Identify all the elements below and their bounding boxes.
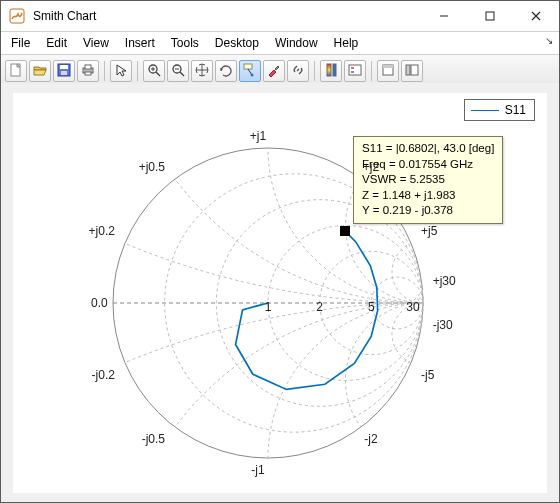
menu-help[interactable]: Help [326, 34, 367, 52]
data-cursor-button[interactable] [239, 60, 261, 82]
rim-label: -j0.2 [92, 368, 115, 382]
link-icon [291, 63, 305, 80]
svg-point-43 [268, 303, 547, 493]
insert-colorbar-button[interactable] [320, 60, 342, 82]
app-icon [9, 8, 25, 24]
svg-rect-9 [85, 72, 91, 75]
svg-rect-21 [333, 64, 336, 76]
data-cursor-tooltip: S11 = |0.6802|, 43.0 [deg]Freq = 0.01755… [353, 136, 503, 224]
print-button[interactable] [77, 60, 99, 82]
window-title: Smith Chart [31, 9, 421, 23]
rim-label: +j30 [433, 274, 456, 288]
svg-rect-26 [383, 65, 393, 68]
tooltip-line: Z = 1.148 + j1.983 [362, 188, 494, 204]
real-axis-tick: 0.0 [91, 296, 108, 310]
menu-edit[interactable]: Edit [38, 34, 75, 52]
save-button[interactable] [53, 60, 75, 82]
hide-plot-tools-button[interactable] [377, 60, 399, 82]
rim-label: -j30 [433, 318, 453, 332]
pointer-icon [114, 63, 128, 80]
insert-legend-button[interactable] [344, 60, 366, 82]
menu-file[interactable]: File [3, 34, 38, 52]
zoom-in-icon [147, 63, 161, 80]
rotate-icon [219, 63, 233, 80]
legend-label: S11 [505, 103, 526, 117]
colorbar-icon [324, 63, 338, 80]
hidep-icon [381, 63, 395, 80]
show-plot-tools-button[interactable] [401, 60, 423, 82]
legend-icon [348, 63, 362, 80]
rim-label: -j2 [364, 432, 377, 446]
print-icon [81, 63, 95, 80]
menu-desktop[interactable]: Desktop [207, 34, 267, 52]
menu-tools[interactable]: Tools [163, 34, 207, 52]
tooltip-line: S11 = |0.6802|, 43.0 [deg] [362, 141, 494, 157]
new-icon [9, 63, 23, 80]
rim-label: +j0.2 [89, 224, 115, 238]
real-axis-tick: 1 [265, 300, 272, 314]
svg-point-41 [113, 303, 547, 493]
pan-button[interactable] [191, 60, 213, 82]
dock-icon[interactable]: ↘ [545, 35, 553, 46]
showp-icon [405, 63, 419, 80]
rim-label: +j0.5 [139, 160, 165, 174]
brush-icon [267, 63, 281, 80]
tooltip-line: VSWR = 5.2535 [362, 172, 494, 188]
svg-line-11 [156, 72, 160, 76]
rim-label: -j1 [251, 463, 264, 477]
svg-rect-28 [411, 65, 418, 75]
save-icon [57, 63, 71, 80]
svg-rect-8 [85, 65, 91, 69]
plot-area: S11 S11 = |0.6802|, 43.0 [deg]Freq = 0.0… [1, 83, 559, 502]
real-axis-tick: 30 [406, 300, 419, 314]
pan-icon [195, 63, 209, 80]
open-icon [33, 63, 47, 80]
svg-point-19 [251, 73, 254, 76]
svg-line-15 [180, 72, 184, 76]
open-button[interactable] [29, 60, 51, 82]
app-window: Smith Chart File Edit View Insert Tools … [0, 0, 560, 503]
menu-window[interactable]: Window [267, 34, 326, 52]
svg-rect-2 [486, 12, 494, 20]
svg-rect-27 [406, 65, 410, 75]
svg-rect-20 [327, 64, 331, 76]
menu-insert[interactable]: Insert [117, 34, 163, 52]
rim-label: +j1 [250, 129, 266, 143]
tooltip-line: Freq = 0.017554 GHz [362, 157, 494, 173]
rim-label: -j5 [421, 368, 434, 382]
datacursor-icon [243, 63, 257, 80]
zoom-in-button[interactable] [143, 60, 165, 82]
rim-label: +j2 [363, 160, 379, 174]
svg-rect-17 [244, 64, 252, 69]
close-button[interactable] [513, 1, 559, 31]
zoom-out-icon [171, 63, 185, 80]
titlebar: Smith Chart [1, 1, 559, 32]
tooltip-line: Y = 0.219 - j0.378 [362, 203, 494, 219]
maximize-button[interactable] [467, 1, 513, 31]
real-axis-tick: 2 [316, 300, 323, 314]
new-figure-button[interactable] [5, 60, 27, 82]
svg-rect-6 [61, 71, 67, 75]
rim-label: +j5 [421, 224, 437, 238]
axes[interactable]: S11 S11 = |0.6802|, 43.0 [deg]Freq = 0.0… [13, 93, 547, 493]
svg-rect-5 [60, 65, 68, 69]
menubar: File Edit View Insert Tools Desktop Wind… [1, 32, 559, 55]
real-axis-tick: 5 [368, 300, 375, 314]
rotate3d-button[interactable] [215, 60, 237, 82]
brush-button[interactable] [263, 60, 285, 82]
edit-plot-button[interactable] [110, 60, 132, 82]
svg-rect-22 [349, 65, 361, 75]
zoom-out-button[interactable] [167, 60, 189, 82]
rim-label: -j0.5 [142, 432, 165, 446]
legend[interactable]: S11 [464, 99, 535, 121]
minimize-button[interactable] [421, 1, 467, 31]
link-plot-button[interactable] [287, 60, 309, 82]
menu-view[interactable]: View [75, 34, 117, 52]
data-cursor-marker[interactable] [340, 226, 350, 236]
legend-swatch [471, 110, 499, 111]
